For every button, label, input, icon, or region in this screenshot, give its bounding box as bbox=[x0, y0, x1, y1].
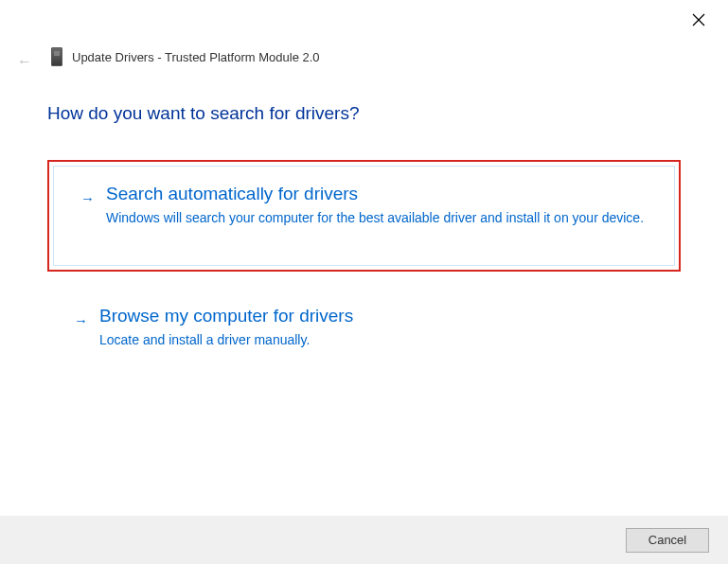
option-search-automatically[interactable]: → Search automatically for drivers Windo… bbox=[53, 166, 675, 266]
dialog-footer: Cancel bbox=[0, 516, 728, 564]
arrow-right-icon: → bbox=[74, 312, 88, 328]
window-title: Update Drivers - Trusted Platform Module… bbox=[72, 50, 320, 64]
device-chip-icon bbox=[51, 47, 62, 66]
titlebar: Update Drivers - Trusted Platform Module… bbox=[51, 47, 320, 66]
back-button[interactable]: ← bbox=[17, 53, 32, 70]
option-browse-desc: Locate and install a driver manually. bbox=[99, 331, 658, 349]
option-auto-desc: Windows will search your computer for th… bbox=[106, 209, 651, 227]
close-icon bbox=[692, 13, 705, 26]
option-auto-title: Search automatically for drivers bbox=[106, 184, 651, 204]
option-highlight-box: → Search automatically for drivers Windo… bbox=[47, 160, 681, 272]
option-browse-title: Browse my computer for drivers bbox=[99, 306, 658, 326]
arrow-right-icon: → bbox=[80, 190, 95, 206]
content-area: How do you want to search for drivers? →… bbox=[47, 103, 681, 370]
back-arrow-icon: ← bbox=[17, 53, 32, 69]
option-browse-computer[interactable]: → Browse my computer for drivers Locate … bbox=[47, 289, 681, 370]
cancel-button[interactable]: Cancel bbox=[626, 528, 709, 553]
page-heading: How do you want to search for drivers? bbox=[47, 103, 681, 124]
close-button[interactable] bbox=[692, 13, 707, 28]
